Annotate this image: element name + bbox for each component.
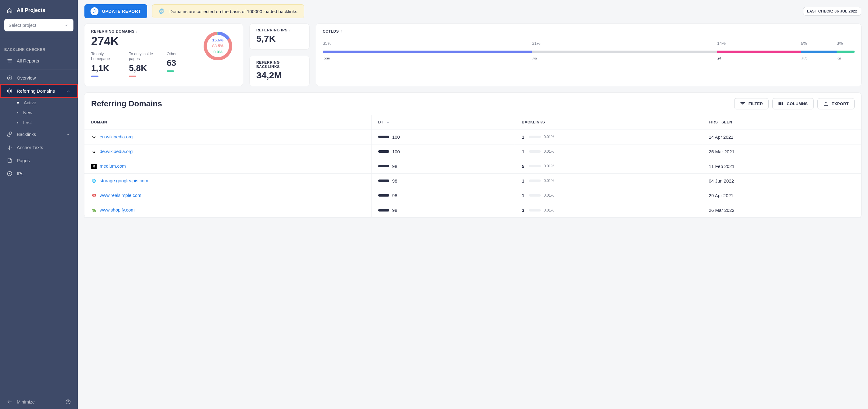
svg-point-13 xyxy=(68,403,68,403)
table-row[interactable]: 🌐storage.googleapis.com 98 10.01% 04 Jun… xyxy=(85,174,861,188)
domain-link[interactable]: storage.googleapis.com xyxy=(100,178,148,183)
col-backlinks[interactable]: BACKLINKS xyxy=(515,115,702,130)
refresh-icon xyxy=(91,7,98,15)
nav-sub-lost[interactable]: Lost xyxy=(10,118,78,128)
tld-segment xyxy=(717,51,801,53)
tld-pct: 14% xyxy=(717,41,801,46)
dt-value: 98 xyxy=(392,208,397,213)
info-icon[interactable]: i xyxy=(341,30,342,33)
nav-all-reports[interactable]: All Reports xyxy=(0,54,78,67)
tld-segment xyxy=(532,51,717,53)
compass-icon xyxy=(7,75,12,81)
nav-backlinks-label: Backlinks xyxy=(17,132,36,137)
backlinks-count: 1 xyxy=(522,193,526,198)
link-icon xyxy=(7,131,12,137)
svg-rect-25 xyxy=(782,102,783,105)
backlinks-count: 1 xyxy=(522,178,526,184)
filter-button[interactable]: FILTER xyxy=(734,98,769,109)
columns-icon xyxy=(778,102,783,106)
tld-label: .net xyxy=(532,56,717,61)
backlinks-count: 3 xyxy=(522,208,526,213)
backlinks-bar xyxy=(529,136,541,138)
help-icon[interactable] xyxy=(65,399,71,405)
tld-label: .info xyxy=(801,56,837,61)
domain-link[interactable]: medium.com xyxy=(100,163,126,168)
dt-value: 98 xyxy=(392,178,397,184)
svg-point-3 xyxy=(7,75,11,80)
dot-icon xyxy=(17,112,18,114)
card-referring-ips: REFERRING IPS i 5,7K xyxy=(250,24,309,50)
domain-link[interactable]: www.shopify.com xyxy=(100,207,135,213)
backlinks-count: 1 xyxy=(522,149,526,154)
col-domain[interactable]: DOMAIN xyxy=(85,115,371,130)
columns-button[interactable]: COLUMNS xyxy=(772,98,813,109)
nav-ips[interactable]: IPs xyxy=(0,167,78,180)
backlinks-pct: 0.01% xyxy=(544,149,554,154)
nav-pages[interactable]: Pages xyxy=(0,154,78,167)
filter-icon xyxy=(740,102,745,106)
info-icon[interactable]: i xyxy=(289,29,290,32)
info-icon[interactable]: i xyxy=(302,63,303,66)
list-icon xyxy=(7,58,12,64)
backlinks-bar xyxy=(529,209,541,212)
section-label: BACKLINK CHECKER xyxy=(0,41,78,54)
all-projects-header[interactable]: All Projects xyxy=(4,5,73,18)
card-referring-domains: REFERRING DOMAINS i 274K To only homepag… xyxy=(85,24,243,86)
tld-label: .com xyxy=(323,56,532,61)
minimize-button[interactable]: Minimize xyxy=(7,399,35,405)
tld-segment xyxy=(837,51,855,53)
export-icon xyxy=(823,102,829,106)
svg-rect-24 xyxy=(780,102,781,105)
table-row[interactable]: Wde.wikipedia.org 100 10.01% 25 Mar 2021 xyxy=(85,144,861,159)
backlinks-count: 1 xyxy=(522,134,526,139)
col-dt[interactable]: DT xyxy=(371,115,515,130)
favicon: W xyxy=(91,149,97,155)
svg-rect-23 xyxy=(779,102,780,105)
table-row[interactable]: Mmedium.com 98 50.01% 11 Feb 2021 xyxy=(85,159,861,174)
tld-pct: 3% xyxy=(837,41,855,46)
dt-value: 100 xyxy=(392,134,400,139)
favicon: 🛍 xyxy=(91,208,97,213)
chevron-down-icon xyxy=(386,120,390,125)
table-row[interactable]: RSwww.realsimple.com 98 10.01% 29 Apr 20… xyxy=(85,188,861,203)
dt-bar xyxy=(378,150,389,153)
table-row[interactable]: Wen.wikipedia.org 100 10.01% 14 Apr 2021 xyxy=(85,129,861,144)
backlinks-pct: 0.01% xyxy=(544,179,554,183)
nav-sub-active[interactable]: Active xyxy=(10,97,78,107)
svg-point-16 xyxy=(161,12,162,12)
domain-link[interactable]: de.wikipedia.org xyxy=(100,149,132,154)
col-first-seen[interactable]: FIRST SEEN xyxy=(702,115,861,130)
backlinks-count: 5 xyxy=(522,164,526,169)
svg-point-10 xyxy=(9,173,10,174)
table-row[interactable]: 🛍www.shopify.com 98 30.01% 26 Mar 2022 xyxy=(85,203,861,217)
dt-value: 98 xyxy=(392,164,397,169)
backlinks-bar xyxy=(529,150,541,153)
card-cctlds: CCTLDS i 35%31%14%6%3% .com.net.pl.info.… xyxy=(316,24,861,86)
info-icon[interactable]: i xyxy=(136,30,137,33)
tld-label: .ch xyxy=(837,56,855,61)
tld-label: .pl xyxy=(717,56,801,61)
globe-icon xyxy=(7,88,12,94)
domain-link[interactable]: en.wikipedia.org xyxy=(100,134,132,139)
notice-banner: Domains are collected on the basis of 10… xyxy=(152,4,305,18)
donut-chart: 15.6% 83.5% 0.9% xyxy=(199,29,236,63)
nav-sub-new[interactable]: New xyxy=(10,107,78,118)
referring-domains-value: 274K xyxy=(91,35,199,48)
update-report-button[interactable]: UPDATE REPORT xyxy=(85,4,147,18)
nav-all-reports-label: All Reports xyxy=(17,58,39,63)
first-seen: 26 Mar 2022 xyxy=(702,203,861,217)
chevron-down-icon xyxy=(63,23,69,27)
nav-anchor-texts[interactable]: Anchor Texts xyxy=(0,141,78,154)
nav-pages-label: Pages xyxy=(17,158,30,163)
export-button[interactable]: EXPORT xyxy=(817,98,855,109)
nav-referring-domains[interactable]: Referring Domains xyxy=(0,85,78,97)
dt-value: 98 xyxy=(392,193,397,198)
nav-overview[interactable]: Overview xyxy=(0,71,78,85)
svg-marker-4 xyxy=(9,77,10,78)
home-icon xyxy=(7,8,12,13)
dt-bar xyxy=(378,194,389,196)
project-select[interactable]: Select project xyxy=(4,19,73,31)
nav-backlinks[interactable]: Backlinks xyxy=(0,128,78,141)
domain-link[interactable]: www.realsimple.com xyxy=(100,193,142,198)
chevron-up-icon xyxy=(65,89,71,93)
